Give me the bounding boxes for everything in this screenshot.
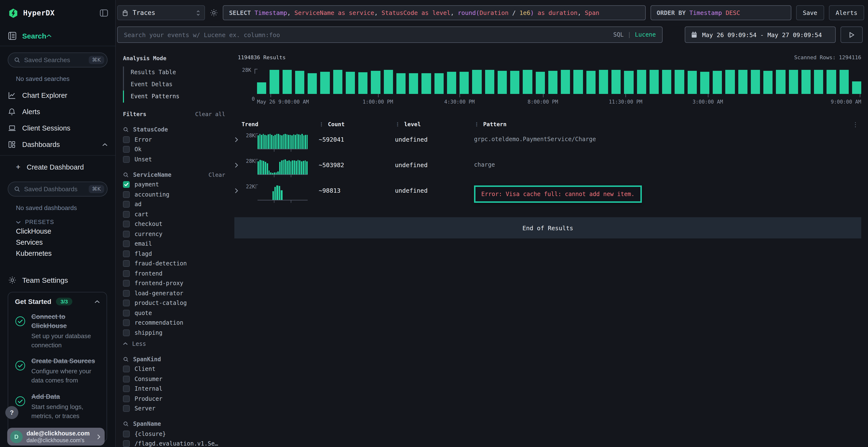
checkbox[interactable]	[123, 290, 130, 297]
resize-handle-icon[interactable]: ⋮	[319, 121, 323, 128]
filter-option[interactable]: quote	[123, 309, 233, 316]
checkbox[interactable]	[123, 329, 130, 336]
sidebar-item-alerts[interactable]: Alerts	[0, 104, 115, 120]
analysis-mode-event-deltas[interactable]: Event Deltas	[123, 78, 233, 91]
histogram-bar[interactable]	[574, 70, 583, 94]
filter-option[interactable]: frontend	[123, 270, 233, 277]
filter-option[interactable]: shipping	[123, 329, 233, 336]
histogram-bar[interactable]	[814, 70, 824, 94]
histogram-bar[interactable]	[498, 71, 507, 94]
histogram-bar[interactable]	[751, 70, 760, 94]
filter-option[interactable]: recommendation	[123, 319, 233, 326]
checkbox[interactable]	[123, 300, 130, 306]
sql-toggle[interactable]: SQL	[613, 31, 623, 38]
checkbox[interactable]	[123, 220, 130, 227]
histogram-bar[interactable]	[612, 70, 621, 94]
histogram-bar[interactable]	[827, 70, 836, 94]
histogram-bar[interactable]	[763, 71, 773, 94]
histogram-bar[interactable]	[346, 72, 355, 94]
sidebar-item-search[interactable]: Search	[0, 26, 115, 46]
lucene-toggle[interactable]: Lucene	[635, 31, 656, 38]
histogram-bar[interactable]	[295, 71, 305, 94]
column-header-count[interactable]: ⋮Count	[319, 121, 395, 128]
histogram-bar[interactable]	[396, 73, 406, 94]
highlighted-error-pattern[interactable]: Error: Visa cache full: cannot add new i…	[474, 185, 642, 203]
checkbox[interactable]	[123, 156, 130, 163]
histogram-bar[interactable]	[586, 71, 595, 94]
clear-all-button[interactable]: Clear all	[195, 111, 225, 117]
checkbox[interactable]	[123, 260, 130, 267]
preset-item-clickhouse[interactable]: ClickHouse	[0, 226, 115, 237]
filter-option[interactable]: /flagd.evaluation.v1.Se…	[123, 440, 233, 447]
filter-option[interactable]: Ok	[123, 146, 233, 153]
gear-icon[interactable]	[210, 9, 218, 17]
filter-option[interactable]: fraud-detection	[123, 260, 233, 267]
histogram-bar[interactable]	[599, 70, 608, 94]
preset-item-services[interactable]: Services	[0, 237, 115, 248]
histogram-bar[interactable]	[700, 72, 710, 94]
histogram-bar[interactable]	[447, 72, 457, 94]
checkbox[interactable]	[123, 405, 130, 412]
sidebar-item-team-settings[interactable]: Team Settings	[0, 272, 115, 288]
histogram-bar[interactable]	[510, 71, 520, 94]
histogram-bar[interactable]	[333, 70, 342, 94]
checkbox[interactable]	[123, 250, 130, 257]
checkbox[interactable]	[123, 240, 130, 247]
filter-clear-button[interactable]: Clear	[209, 171, 225, 178]
histogram-bar[interactable]	[637, 70, 646, 94]
filter-option[interactable]: Client	[123, 366, 233, 372]
histogram-bar[interactable]	[548, 71, 558, 94]
histogram-bar[interactable]	[282, 70, 292, 94]
table-row[interactable]: 28K~592041undefinedgrpc.oteldemo.Payment…	[235, 130, 861, 155]
checkbox[interactable]	[123, 146, 130, 153]
resize-handle-icon[interactable]: ⋮	[474, 121, 479, 128]
order-by-editor[interactable]: ORDER BY Timestamp DESC	[650, 5, 791, 20]
histogram-bar[interactable]	[523, 70, 532, 94]
checkbox[interactable]	[123, 270, 130, 277]
saved-dashboards-input[interactable]: Saved Dashboards ⌘K	[8, 182, 107, 197]
sql-select-editor[interactable]: SELECT Timestamp, ServiceName as service…	[223, 5, 646, 20]
row-expand-chevron[interactable]	[235, 158, 242, 168]
date-range-picker[interactable]: May 26 09:09:54 - May 27 09:09:54	[685, 27, 836, 43]
table-menu-icon[interactable]: ⋮	[850, 121, 861, 128]
checkbox[interactable]	[123, 181, 130, 188]
sidebar-item-chart-explorer[interactable]: Chart Explorer	[0, 87, 115, 104]
histogram-bar[interactable]	[789, 70, 798, 94]
presets-toggle[interactable]: PRESETS	[16, 219, 107, 226]
checkbox[interactable]	[123, 231, 130, 237]
histogram-bar[interactable]	[738, 70, 747, 94]
histogram-bar[interactable]	[852, 81, 862, 94]
checkbox[interactable]	[123, 366, 130, 372]
column-header-trend[interactable]: Trend	[242, 121, 319, 128]
histogram-bar[interactable]	[535, 72, 545, 94]
histogram-bar[interactable]	[687, 71, 697, 94]
histogram-bar[interactable]	[358, 72, 368, 94]
checkbox[interactable]	[123, 136, 130, 143]
save-button[interactable]: Save	[796, 5, 824, 20]
checkbox[interactable]	[123, 385, 130, 392]
filter-option[interactable]: email	[123, 240, 233, 247]
histogram-bar[interactable]	[371, 71, 380, 94]
filter-option[interactable]: product-catalog	[123, 300, 233, 306]
histogram-bar[interactable]	[422, 73, 431, 94]
analysis-mode-event-patterns[interactable]: Event Patterns	[123, 91, 233, 103]
sidebar-item-client-sessions[interactable]: Client Sessions	[0, 120, 115, 136]
histogram-bar[interactable]	[460, 72, 469, 94]
filter-option[interactable]: Producer	[123, 395, 233, 402]
column-header-pattern[interactable]: ⋮Pattern	[474, 121, 850, 128]
get-started-item[interactable]: Create Data SourcesConfigure where your …	[15, 357, 100, 385]
alerts-button[interactable]: Alerts	[829, 5, 864, 20]
checkbox[interactable]	[123, 395, 130, 402]
histogram-bar[interactable]	[776, 70, 785, 94]
histogram-bar[interactable]	[270, 70, 279, 94]
checkbox[interactable]	[123, 440, 130, 447]
column-header-level[interactable]: ⋮level	[395, 121, 474, 128]
histogram-bar[interactable]	[434, 73, 444, 94]
histogram-bar[interactable]	[320, 72, 330, 94]
filter-option[interactable]: ad	[123, 201, 233, 208]
histogram-bar[interactable]	[257, 82, 267, 94]
user-menu[interactable]: D dale@clickhouse.com dale@clickhouse.co…	[7, 428, 105, 446]
analysis-mode-results-table[interactable]: Results Table	[123, 66, 233, 78]
get-started-header[interactable]: Get Started 3/3	[15, 298, 100, 305]
sidebar-toggle-icon[interactable]	[100, 9, 108, 17]
